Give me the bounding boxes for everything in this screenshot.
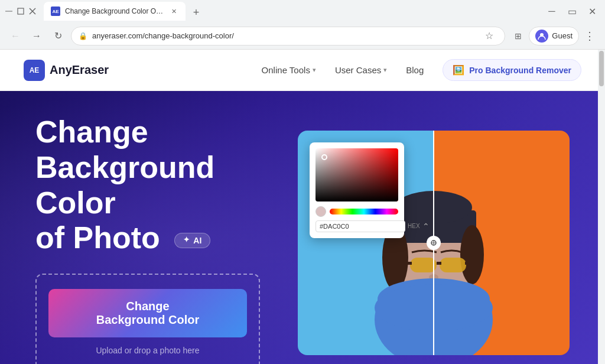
chevron-down-icon: ▾ [313,66,316,74]
nav-blog-label: Blog [406,65,424,75]
hex-row: HEX ⌃ [315,220,398,232]
restore-window-button[interactable]: ▭ [564,3,580,20]
brand-name: AnyEraser [50,63,109,77]
tab-close-button[interactable]: ✕ [169,6,178,16]
active-tab[interactable]: AE Change Background Color Onlin ✕ [44,2,186,21]
hex-label: HEX [408,223,420,229]
hero-title-line2: Background Color [35,150,262,221]
hero-section: Change Background Color of Photo ✦ AI Ch… [0,91,605,364]
window-controls [5,7,37,15]
svg-rect-1 [18,8,24,14]
demo-image: HEX ⌃ [298,131,570,355]
star-icon: ✦ [183,236,190,245]
close-button[interactable] [28,7,37,15]
address-bar-input[interactable]: 🔒 anyeraser.com/change-background-color/… [71,27,505,46]
profile-icon [535,30,548,43]
close-window-button[interactable]: ✕ [584,3,600,20]
divider-handle[interactable] [427,236,441,250]
svg-rect-0 [5,11,12,12]
rainbow-slider[interactable] [330,209,398,214]
hero-title-line3: of Photo ✦ AI [35,220,262,256]
tab-favicon: AE [51,6,60,16]
profile-button[interactable]: Guest [529,27,579,46]
lock-icon: 🔒 [79,32,87,40]
nav-user-cases-label: User Cases [335,65,381,75]
nav-user-cases[interactable]: User Cases ▾ [335,65,387,75]
color-picker[interactable]: HEX ⌃ [310,142,404,238]
site-nav: AE AnyEraser Online Tools ▾ User Cases ▾… [0,50,605,91]
picker-circle [321,154,327,160]
back-button[interactable]: ← [7,28,24,44]
ai-badge-text: AI [193,236,201,245]
pro-button-label: Pro Background Remover [469,66,571,75]
nav-online-tools-label: Online Tools [262,65,310,75]
logo-icon: AE [24,60,45,81]
hero-right: HEX ⌃ [298,131,570,355]
svg-rect-20 [465,262,471,265]
browser-frame: AE Change Background Color Onlin ✕ + ─ ▭… [0,0,605,364]
extensions-area: ⊞ Guest ⋮ [510,27,598,46]
svg-rect-18 [437,262,441,265]
new-tab-button[interactable]: + [188,4,204,21]
pro-icon: 🖼️ [453,64,464,76]
upload-area[interactable]: Change Background Color Upload or drop a… [35,274,260,364]
ai-badge: ✦ AI [174,233,210,248]
nav-blog[interactable]: Blog [406,65,424,75]
hex-spinner-icon[interactable]: ⌃ [422,222,430,231]
tab-bar: AE Change Background Color Onlin ✕ + [44,2,539,21]
hero-title: Change Background Color of Photo ✦ AI [35,115,262,256]
title-bar: AE Change Background Color Onlin ✕ + ─ ▭… [0,0,605,22]
image-divider [433,131,434,355]
browser-menu-button[interactable]: ⋮ [581,28,598,44]
scrollbar-thumb[interactable] [599,51,604,86]
nav-links: Online Tools ▾ User Cases ▾ Blog 🖼️ Pro … [262,59,581,81]
forward-button[interactable]: → [28,28,45,44]
hex-input[interactable] [315,220,405,232]
address-bar: ← → ↻ 🔒 anyeraser.com/change-background-… [0,22,605,50]
upload-button-line1: Change [72,300,223,313]
upload-button-line2: Background Color [72,313,223,327]
chevron-down-icon: ▾ [383,66,387,74]
pro-background-remover-button[interactable]: 🖼️ Pro Background Remover [443,59,581,81]
extension-button[interactable]: ⊞ [510,28,526,44]
url-text: anyeraser.com/change-background-color/ [92,31,476,40]
profile-label: Guest [552,31,573,40]
website-content: AE AnyEraser Online Tools ▾ User Cases ▾… [0,50,605,364]
color-preview-dot [315,206,326,217]
logo-wrap: AE AnyEraser [24,60,109,81]
minimize-window-button[interactable]: ─ [544,3,560,20]
svg-rect-17 [440,258,466,272]
bookmark-icon[interactable]: ☆ [481,28,497,44]
scrollbar[interactable] [598,50,605,364]
reload-button[interactable]: ↻ [50,28,66,44]
svg-point-15 [460,225,484,284]
tab-title: Change Background Color Onlin [65,7,164,15]
upload-button[interactable]: Change Background Color [48,289,247,337]
hero-left: Change Background Color of Photo ✦ AI Ch… [35,115,262,364]
color-gradient[interactable] [315,148,398,202]
color-slider-row [315,206,398,217]
maximize-button[interactable] [17,7,25,15]
hero-title-line1: Change [35,115,262,150]
nav-online-tools[interactable]: Online Tools ▾ [262,65,316,75]
minimize-button[interactable] [5,7,13,15]
svg-rect-19 [406,262,412,265]
upload-hint: Upload or drop a photo here [48,346,247,355]
